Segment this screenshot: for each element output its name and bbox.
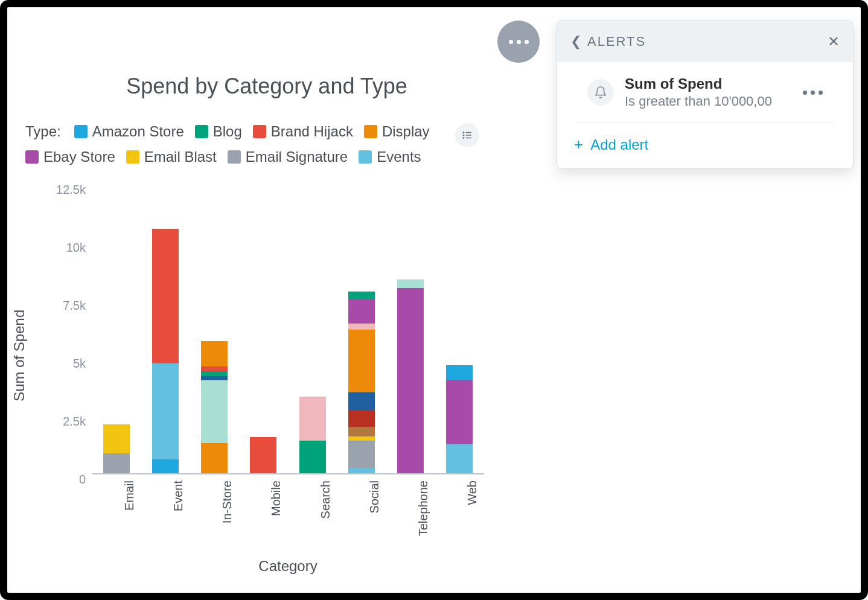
x-tick-label: Telephone bbox=[416, 480, 430, 536]
bar-segment[interactable] bbox=[348, 324, 375, 330]
legend-swatch bbox=[359, 150, 372, 164]
back-icon[interactable]: ❮ bbox=[570, 34, 581, 49]
alert-condition: Is greater than 10'000,00 bbox=[625, 94, 772, 109]
chart-card: Spend by Category and Type Type: Amazon … bbox=[25, 74, 508, 528]
legend-swatch bbox=[228, 150, 241, 164]
plot-area bbox=[92, 184, 484, 474]
legend-label: Display bbox=[382, 123, 430, 140]
svg-rect-3 bbox=[466, 135, 471, 136]
bar-segment[interactable] bbox=[446, 444, 473, 473]
bar-segment[interactable] bbox=[152, 363, 179, 459]
alerts-title: ALERTS bbox=[587, 34, 646, 49]
legend-item[interactable]: Blog bbox=[195, 123, 242, 140]
x-tick-label: Social bbox=[368, 480, 381, 513]
bar-segment[interactable] bbox=[348, 292, 375, 299]
bar-segment[interactable] bbox=[152, 229, 179, 363]
bar-segment[interactable] bbox=[348, 468, 375, 473]
legend-label: Ebay Store bbox=[43, 148, 115, 165]
legend-item[interactable]: Display bbox=[364, 123, 430, 140]
close-icon[interactable]: ✕ bbox=[828, 33, 840, 50]
legend-swatch bbox=[253, 125, 266, 138]
bar-segment[interactable] bbox=[299, 397, 326, 441]
bar-segment[interactable] bbox=[201, 443, 228, 473]
legend-label: Amazon Store bbox=[92, 123, 184, 140]
x-tick-label: Mobile bbox=[269, 480, 283, 516]
bar-column[interactable] bbox=[299, 397, 326, 473]
bar-column[interactable] bbox=[250, 437, 276, 473]
bar-column[interactable] bbox=[201, 341, 228, 473]
svg-point-0 bbox=[463, 132, 465, 133]
y-tick-label: 12.5k bbox=[49, 183, 86, 197]
legend-swatch bbox=[74, 125, 88, 138]
bar-segment[interactable] bbox=[299, 441, 326, 473]
chart-plot: Sum of Spend 02.5k5k7.5k10k12.5k Categor… bbox=[25, 184, 496, 528]
svg-point-2 bbox=[463, 135, 465, 136]
legend-item[interactable]: Amazon Store bbox=[74, 123, 184, 140]
dot-icon bbox=[525, 40, 529, 44]
legend-label: Email Signature bbox=[246, 148, 348, 165]
dot-icon bbox=[509, 40, 513, 44]
y-axis-label: Sum of Spend bbox=[11, 310, 28, 401]
svg-rect-1 bbox=[466, 132, 471, 133]
x-tick-label: Search bbox=[319, 480, 333, 519]
x-tick-label: Web bbox=[465, 480, 479, 505]
x-tick-label: In-Store bbox=[220, 480, 234, 523]
svg-rect-5 bbox=[466, 138, 471, 139]
legend-label: Email Blast bbox=[144, 148, 217, 165]
bar-segment[interactable] bbox=[446, 380, 473, 444]
bar-segment[interactable] bbox=[397, 288, 424, 473]
svg-point-4 bbox=[463, 137, 465, 139]
legend-label: Events bbox=[377, 148, 421, 165]
alert-title: Sum of Spend bbox=[625, 75, 772, 92]
x-tick-label: Event bbox=[171, 480, 185, 511]
bar-segment[interactable] bbox=[201, 376, 228, 381]
bar-segment[interactable] bbox=[201, 380, 228, 443]
legend-item[interactable]: Events bbox=[359, 148, 421, 165]
legend-item[interactable]: Ebay Store bbox=[25, 148, 115, 165]
bar-segment[interactable] bbox=[348, 392, 375, 411]
y-tick-label: 10k bbox=[49, 241, 86, 255]
bar-segment[interactable] bbox=[348, 299, 375, 324]
add-alert-label: Add alert bbox=[590, 136, 648, 153]
bar-segment[interactable] bbox=[201, 366, 228, 371]
bar-segment[interactable] bbox=[201, 371, 228, 376]
plus-icon: + bbox=[574, 135, 583, 154]
legend-prefix: Type: bbox=[25, 123, 61, 140]
bar-column[interactable] bbox=[152, 229, 179, 473]
alert-row[interactable]: Sum of Spend Is greater than 10'000,00 bbox=[574, 62, 836, 123]
card-more-button[interactable] bbox=[497, 21, 540, 63]
bar-segment[interactable] bbox=[103, 453, 130, 473]
bar-segment[interactable] bbox=[397, 279, 424, 287]
bar-segment[interactable] bbox=[250, 437, 276, 473]
alerts-header: ❮ ALERTS ✕ bbox=[557, 21, 853, 62]
app-frame: ❮ ALERTS ✕ Sum of Spend Is greater than … bbox=[0, 0, 868, 600]
bar-segment[interactable] bbox=[348, 436, 375, 441]
legend-toggle-button[interactable] bbox=[455, 123, 479, 147]
bar-segment[interactable] bbox=[446, 365, 473, 380]
y-tick-label: 0 bbox=[49, 473, 86, 487]
dot-icon bbox=[803, 91, 807, 95]
bar-column[interactable] bbox=[446, 365, 473, 473]
bar-column[interactable] bbox=[103, 424, 130, 473]
bar-segment[interactable] bbox=[348, 441, 375, 468]
dot-icon bbox=[517, 40, 521, 44]
bar-segment[interactable] bbox=[103, 424, 130, 453]
dot-icon bbox=[811, 91, 815, 95]
legend-swatch bbox=[126, 150, 139, 164]
legend-item[interactable]: Brand Hijack bbox=[253, 123, 353, 140]
alert-more-button[interactable] bbox=[803, 91, 823, 95]
bar-segment[interactable] bbox=[348, 330, 375, 392]
legend-item[interactable]: Email Blast bbox=[126, 148, 217, 165]
bar-column[interactable] bbox=[348, 292, 375, 473]
legend-swatch bbox=[25, 150, 39, 164]
bar-segment[interactable] bbox=[201, 341, 228, 366]
x-tick-label: Email bbox=[123, 480, 136, 511]
bar-segment[interactable] bbox=[348, 410, 375, 427]
y-tick-label: 7.5k bbox=[49, 299, 86, 313]
bar-column[interactable] bbox=[397, 279, 424, 473]
legend-item[interactable]: Email Signature bbox=[228, 148, 348, 165]
bar-segment[interactable] bbox=[348, 427, 375, 436]
dot-icon bbox=[819, 91, 823, 95]
bar-segment[interactable] bbox=[152, 459, 179, 473]
add-alert-button[interactable]: + Add alert bbox=[557, 123, 853, 168]
